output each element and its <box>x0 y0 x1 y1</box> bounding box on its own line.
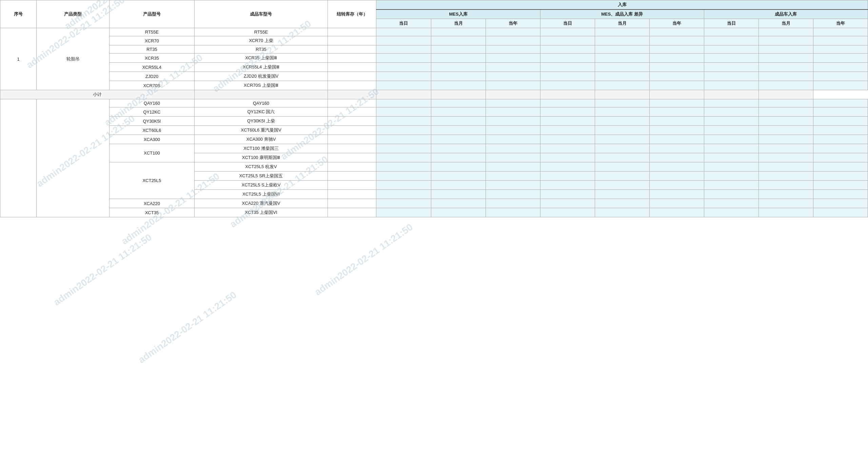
g2-r4-vehicle: XCT60L6 重汽曼国V <box>194 126 328 135</box>
th-mes-month: 当月 <box>431 19 486 28</box>
g1-r1-d8 <box>758 28 813 36</box>
g2-r2-vehicle: QY12KC 国六 <box>194 107 328 117</box>
g2-r7-vehicle: XCT100 康明斯国Ⅲ <box>194 153 328 162</box>
g2-r8-model: XCT25L5 <box>110 162 195 199</box>
g1-r4-model: XCR35 <box>110 54 195 63</box>
g1-type: 轮胎吊 <box>37 28 110 90</box>
table-row: XCT60L6 XCT60L6 重汽曼国V <box>0 126 868 135</box>
th-vc-month: 当月 <box>758 19 813 28</box>
g1-seq: 1 <box>0 28 37 90</box>
g2-r5-vehicle: XCA300 奔驰V <box>194 135 328 144</box>
table-row: RT35 RT35 <box>0 45 868 54</box>
g2-r10-vehicle: XCT25L5 S上柴欧V <box>194 181 328 190</box>
g1-r1-d7 <box>704 28 758 36</box>
watermark-11: admin2022-02-21 11:21:50 <box>313 222 415 298</box>
g2-r3-vehicle: QY30K5I 上柴 <box>194 117 328 126</box>
th-seq: 序号 <box>0 0 37 28</box>
th-stock-year: 结转库存（年） <box>328 0 376 28</box>
th-diff-year: 当年 <box>649 19 704 28</box>
g1-r6-vehicle: ZJD20 杭发曼国V <box>194 72 328 81</box>
subtotal-row-g1: 小计 <box>0 90 868 99</box>
table-row: QY12KC QY12KC 国六 <box>0 107 868 117</box>
g1-r5-vehicle: XCR55L4 上柴国Ⅲ <box>194 63 328 72</box>
main-table: 序号 产品类型 产品型号 成品车型号 结转库存（年） 入库 MES入库 MES、… <box>0 0 868 217</box>
watermark-6: admin2022-02-21 11:21:50 <box>52 232 154 308</box>
table-container: 序号 产品类型 产品型号 成品车型号 结转库存（年） 入库 MES入库 MES、… <box>0 0 868 217</box>
g1-r1-d4 <box>540 28 595 36</box>
g2-seq <box>0 99 37 217</box>
table-row: XCR70S XCR70S 上柴国Ⅲ <box>0 81 868 90</box>
g2-r12-vehicle: XCA220 重汽曼国V <box>194 199 328 208</box>
g2-r8-vehicle: XCT25L5 杭发V <box>194 162 328 172</box>
g1-subtotal-label: 小计 <box>0 90 195 99</box>
g1-r2-model: XCR70 <box>110 36 195 45</box>
th-mes-day: 当日 <box>376 19 431 28</box>
th-vc-day: 当日 <box>704 19 758 28</box>
g1-r1-d3 <box>486 28 540 36</box>
g2-r3-model: QY30K5I <box>110 117 195 126</box>
table-row: XCA300 XCA300 奔驰V <box>0 135 868 144</box>
g2-type <box>37 99 110 217</box>
g1-r5-model: XCR55L4 <box>110 63 195 72</box>
table-row: XCR35 XCR35 上柴国Ⅲ <box>0 54 868 63</box>
g2-r6-vehicle: XCT100 潍柴国三 <box>194 144 328 153</box>
th-mes-year: 当年 <box>486 19 540 28</box>
g1-r1-d2 <box>431 28 486 36</box>
g1-r1-d5 <box>595 28 649 36</box>
table-row: ZJD20 ZJD20 杭发曼国V <box>0 72 868 81</box>
table-row: XCT25L5 XCT25L5 杭发V <box>0 162 868 172</box>
g2-r11-vehicle: XCT25L5 上柴国VI <box>194 190 328 199</box>
g1-r7-model: XCR70S <box>110 81 195 90</box>
g1-r1-d9 <box>813 28 868 36</box>
table-row: XCA220 XCA220 重汽曼国V <box>0 199 868 208</box>
g1-r1-d6 <box>649 28 704 36</box>
table-row: XCT35 XCT35 上柴国VI <box>0 208 868 217</box>
table-row: QAY160 QAY160 <box>0 99 868 107</box>
th-product-model: 产品型号 <box>110 0 195 28</box>
g2-r13-model: XCT35 <box>110 208 195 217</box>
g1-r1-d1 <box>376 28 431 36</box>
th-inku-group: 入库 <box>376 0 868 10</box>
g1-r1-vehicle: RT55E <box>194 28 328 36</box>
g2-r12-model: XCA220 <box>110 199 195 208</box>
g1-r3-model: RT35 <box>110 45 195 54</box>
watermark-7: admin2022-02-21 11:21:50 <box>136 289 238 365</box>
table-row: XCT100 XCT100 潍柴国三 <box>0 144 868 153</box>
g1-r1-stock <box>328 28 376 36</box>
g1-r6-model: ZJD20 <box>110 72 195 81</box>
th-vehicle-inku: 成品车入库 <box>704 9 868 19</box>
table-row: QY30K5I QY30K5I 上柴 <box>0 117 868 126</box>
th-diff-day: 当日 <box>540 19 595 28</box>
g2-r1-vehicle: QAY160 <box>194 99 328 107</box>
table-row: XCR70 XCR70 上柴 <box>0 36 868 45</box>
g2-r13-vehicle: XCT35 上柴国VI <box>194 208 328 217</box>
g2-r5-model: XCA300 <box>110 135 195 144</box>
th-mes-diff: MES、成品入库 差异 <box>540 9 704 19</box>
th-diff-month: 当月 <box>595 19 649 28</box>
g1-r4-vehicle: XCR35 上柴国Ⅲ <box>194 54 328 63</box>
g2-r1-model: QAY160 <box>110 99 195 107</box>
g2-r9-vehicle: XCT25L5 SR上柴国五 <box>194 172 328 181</box>
th-mes-inku: MES入库 <box>376 9 540 19</box>
page-wrapper: admin2022- admin2022-02-21 11:21:50 admi… <box>0 0 868 461</box>
th-vehicle-model: 成品车型号 <box>194 0 328 28</box>
g1-r1-model: RT55E <box>110 28 195 36</box>
g1-r3-vehicle: RT35 <box>194 45 328 54</box>
g2-r6-model: XCT100 <box>110 144 195 162</box>
g1-r2-vehicle: XCR70 上柴 <box>194 36 328 45</box>
th-product-type: 产品类型 <box>37 0 110 28</box>
g2-r2-model: QY12KC <box>110 107 195 117</box>
th-vc-year: 当年 <box>813 19 868 28</box>
g1-r7-vehicle: XCR70S 上柴国Ⅲ <box>194 81 328 90</box>
table-row: 1 轮胎吊 RT55E RT55E <box>0 28 868 36</box>
g1-r2-stock <box>328 36 376 45</box>
table-row: XCR55L4 XCR55L4 上柴国Ⅲ <box>0 63 868 72</box>
g2-r4-model: XCT60L6 <box>110 126 195 135</box>
